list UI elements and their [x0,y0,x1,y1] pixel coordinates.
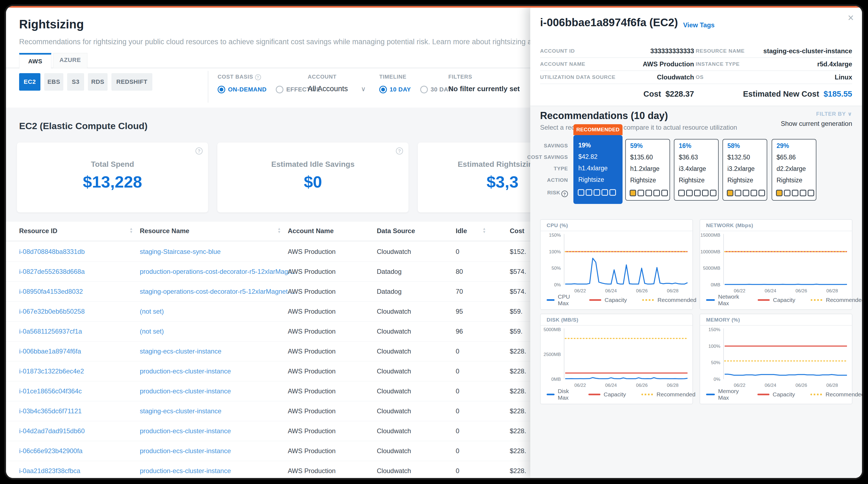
cell-name[interactable]: staging-operations-cost-decorator-r5-12x… [140,288,296,295]
risk-square [678,190,685,196]
cell-name[interactable]: (not set) [140,308,164,315]
table-row[interactable]: i-006bbae1a8974f6fastaging-ecs-cluster-i… [6,342,530,361]
risk-square [586,189,592,196]
recommendation-card[interactable]: 29%$65.86d2.2xlargeRightsize [772,139,816,201]
col-idle[interactable]: Idle [456,227,467,235]
legend-swatch [757,394,769,395]
tab-azure[interactable]: AZURE [53,53,87,68]
recommendation-card[interactable]: 59%$135.60h1.2xlargeRightsize [625,139,670,201]
cell-source: Cloudwatch [377,328,411,335]
detail-label: OS [696,74,704,80]
table-header: Resource ID ▲▼ Resource Name ▲▼ Account … [6,222,530,241]
table-row[interactable]: i-01ce18656c04f364cproduction-ecs-cluste… [6,381,530,401]
cell-id[interactable]: i-01873c1322b6ec4e2 [19,367,84,375]
service-tab-ec2[interactable]: EC2 [19,73,40,91]
col-resource-id[interactable]: Resource ID [19,227,57,235]
table-row[interactable]: i-04d2ad7dad915db60production-ecs-cluste… [6,421,530,441]
sort-icon[interactable]: ▲▼ [277,227,281,234]
timeline-radio-30-day[interactable] [420,86,428,93]
cell-cost: $152. [510,248,526,256]
service-tab-ebs[interactable]: EBS [44,73,63,91]
tab-aws[interactable]: AWS [19,53,51,69]
cell-name[interactable]: staging-ecs-cluster-instance [140,348,221,355]
show-current-generation-link[interactable]: Show current generation [781,120,852,127]
rec-row-label-action: ACTION [547,177,568,183]
table-row[interactable]: i-06c66e923b42900faproduction-ecs-cluste… [6,441,530,461]
cost-basis-radio-effective[interactable] [276,86,283,93]
recommendation-card[interactable]: 58%$132.50i3.2xlargeRightsize [722,139,767,201]
cost-basis-option-label: ON-DEMAND [228,86,267,93]
svg-text:06/22: 06/22 [574,383,586,388]
cell-id[interactable]: i-04d2ad7dad915db60 [19,427,85,435]
cell-id[interactable]: i-0827de552638d668a [19,268,85,276]
cell-name[interactable]: production-ecs-cluster-instance [140,427,231,435]
cell-id[interactable]: i-06c66e923b42900fa [19,447,83,455]
table-row[interactable]: i-08950fa4153ed8032staging-operations-co… [6,282,530,302]
legend-label: Capacity [773,391,795,398]
recommendation-card[interactable]: 16%$36.63i3.4xlargeRightsize [674,139,719,201]
service-tab-s3[interactable]: S3 [67,73,84,91]
col-cost[interactable]: Cost [510,227,524,235]
view-tags-link[interactable]: View Tags [683,21,715,29]
resource-table: i-08d708848ba8331dbstaging-Staircase-syn… [6,242,530,478]
risk-help-icon[interactable]: ? [561,191,568,197]
sort-icon[interactable]: ▲▼ [129,227,133,234]
svg-text:2500MB: 2500MB [544,352,561,357]
cost-basis-help-icon[interactable]: ? [255,74,261,80]
close-icon[interactable]: × [848,12,854,24]
help-icon[interactable]: ? [195,148,203,155]
sort-icon[interactable]: ▲▼ [483,227,486,234]
cell-name[interactable]: (not set) [140,328,164,335]
table-row[interactable]: i-03b4c365dc6f71121staging-ecs-cluster-i… [6,401,530,421]
legend-swatch [758,299,770,301]
help-icon[interactable]: ? [396,148,403,155]
cell-id[interactable]: i-006bbae1a8974f6fa [19,348,81,355]
legend-item: Recommended [641,391,695,398]
cell-id[interactable]: i-0a56811256937cf1a [19,328,82,335]
recommendation-card-recommended[interactable]: 19%$42.82h1.4xlargeRightsize [574,135,623,204]
cell-id[interactable]: i-08950fa4153ed8032 [19,288,83,295]
table-row[interactable]: i-01873c1322b6ec4e2production-ecs-cluste… [6,361,530,381]
card-action: Rightsize [679,176,705,184]
col-resource-name[interactable]: Resource Name [140,227,189,235]
account-select[interactable]: All Accounts [308,85,348,93]
cell-source: Cloudwatch [377,308,411,315]
cell-name[interactable]: staging-Staircase-sync-blue [140,248,221,256]
timeline-radio-10-day[interactable] [379,86,387,93]
cell-id[interactable]: i-0aa21d823f38cfbca [19,467,80,475]
service-tab-redshift[interactable]: REDSHIFT [112,73,152,91]
cell-id[interactable]: i-01ce18656c04f364c [19,387,82,395]
card-cost-savings: $42.82 [578,153,597,161]
risk-square [784,190,790,196]
cost-basis-radio-on-demand[interactable] [218,86,225,93]
table-row[interactable]: i-0827de552638d668aproduction-operations… [6,262,530,282]
cell-name[interactable]: production-ecs-cluster-instance [140,387,231,395]
col-account-name[interactable]: Account Name [288,227,334,235]
cell-name[interactable]: production-operations-cost-decorator-r5-… [140,268,297,276]
cell-id[interactable]: i-08d708848ba8331db [19,248,85,256]
chart-title: CPU (%) [540,220,692,228]
timeline-label: TIMELINE [379,74,407,80]
legend-swatch [810,394,823,395]
cell-name[interactable]: production-ecs-cluster-instance [140,447,231,455]
col-data-source[interactable]: Data Source [377,227,415,235]
filter-by-dropdown[interactable]: FILTER BY ∨ [816,110,852,117]
legend-item: Capacity [588,391,626,398]
table-row[interactable]: i-08d708848ba8331dbstaging-Staircase-syn… [6,242,530,262]
service-tab-rds[interactable]: RDS [88,73,107,91]
card-cost-savings: $135.60 [630,154,653,161]
cell-source: Cloudwatch [377,467,411,475]
table-row[interactable]: i-0a56811256937cf1a(not set)AWS Producti… [6,322,530,342]
table-row[interactable]: i-067e32b0eb6b50258(not set)AWS Producti… [6,302,530,322]
chart-legend: CPU MaxCapacityRecommended [547,293,696,306]
chevron-down-icon[interactable]: ∨ [361,85,366,93]
cell-name[interactable]: production-ecs-cluster-instance [140,367,231,375]
cell-name[interactable]: staging-ecs-cluster-instance [140,407,221,415]
cell-name[interactable]: production-ecs-cluster-instance [140,467,231,475]
cell-id[interactable]: i-067e32b0eb6b50258 [19,308,85,315]
recommendations-section: Recommendations (10 day) Select a recomm… [530,106,862,478]
table-row[interactable]: i-0aa21d823f38cfbcaproduction-ecs-cluste… [6,461,530,478]
chart-network: NETWORK (Mbps)15000MB10000MB5000MB0MB06/… [700,219,852,310]
cell-id[interactable]: i-03b4c365dc6f71121 [19,407,82,415]
account-label: ACCOUNT [308,74,337,80]
